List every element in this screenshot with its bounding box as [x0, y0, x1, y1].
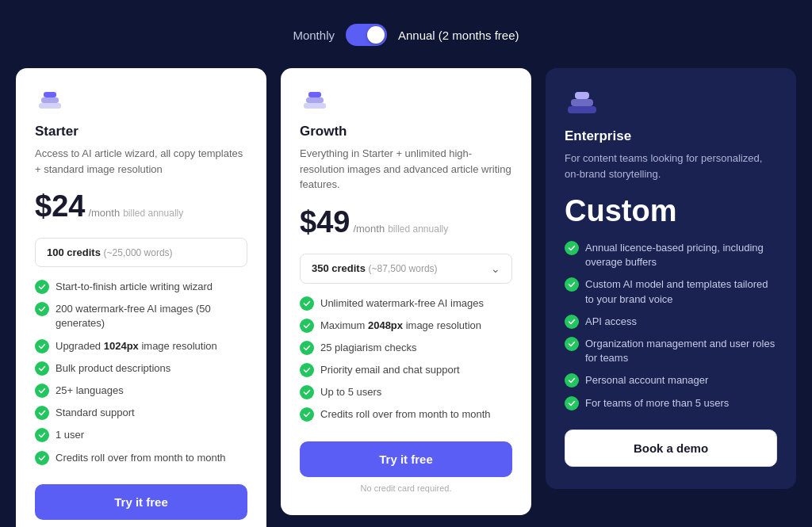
svg-rect-4 [306, 97, 324, 103]
growth-plan-name: Growth [300, 124, 512, 139]
check-icon [35, 451, 49, 465]
list-item: Personal account manager [565, 373, 777, 388]
growth-no-cc: No credit card required. [300, 483, 512, 493]
list-item: For teams of more than 5 users [565, 396, 777, 411]
check-icon [300, 385, 314, 399]
growth-period: /month [353, 223, 385, 235]
check-icon [35, 384, 49, 398]
growth-plan-desc: Everything in Starter + unlimited high-r… [300, 146, 512, 193]
enterprise-features-list: Annual licence-based pricing, including … [565, 241, 777, 411]
starter-plan-desc: Access to AI article wizard, all copy te… [35, 146, 247, 177]
list-item: 200 watermark-free AI images (50 generat… [35, 302, 247, 330]
check-icon [35, 280, 49, 294]
starter-billed: billed annually [123, 208, 183, 219]
starter-plan-name: Starter [35, 124, 247, 139]
list-item: 25+ languages [35, 384, 247, 398]
list-item: Unlimited watermark-free AI images [300, 296, 512, 311]
growth-billed: billed annually [388, 223, 448, 235]
growth-credits-selector[interactable]: 350 credits (~87,500 words) ⌄ [300, 254, 512, 284]
chevron-down-icon: ⌄ [491, 262, 500, 275]
check-icon [35, 302, 49, 316]
list-item: Credits roll over from month to month [300, 407, 512, 422]
annual-label: Annual (2 months free) [398, 29, 519, 42]
growth-plan-card: Growth Everything in Starter + unlimited… [281, 68, 531, 515]
starter-credits-selector[interactable]: 100 credits (~25,000 words) [35, 238, 247, 267]
svg-rect-7 [571, 99, 593, 106]
growth-features-list: Unlimited watermark-free AI images Maxim… [300, 296, 512, 422]
starter-period: /month [88, 207, 120, 219]
list-item: Bulk product descriptions [35, 361, 247, 376]
starter-price-row: $24 /month billed annually [35, 189, 247, 223]
check-icon [565, 396, 579, 411]
svg-rect-5 [308, 92, 321, 97]
billing-toggle[interactable] [346, 24, 387, 46]
enterprise-plan-name: Enterprise [565, 128, 777, 144]
list-item: Custom AI model and templates tailored t… [565, 277, 777, 306]
check-icon [35, 406, 49, 420]
list-item: 1 user [35, 428, 247, 442]
svg-rect-8 [575, 92, 589, 99]
enterprise-plan-desc: For content teams looking for personaliz… [565, 151, 777, 181]
growth-icon [300, 90, 330, 113]
billing-toggle-row: Monthly Annual (2 months free) [293, 24, 519, 46]
monthly-label: Monthly [293, 29, 335, 42]
growth-price-row: $49 /month billed annually [300, 205, 512, 239]
starter-features-list: Start-to-finish article writing wizard 2… [35, 280, 247, 465]
growth-cta-button[interactable]: Try it free [300, 441, 512, 477]
svg-rect-2 [44, 92, 56, 97]
list-item: Annual licence-based pricing, including … [565, 241, 777, 269]
list-item: Organization management and user roles f… [565, 337, 777, 365]
check-icon [35, 428, 49, 442]
list-item: Credits roll over from month to month [35, 451, 247, 465]
svg-rect-6 [568, 106, 596, 113]
check-icon [35, 361, 49, 376]
check-icon [300, 296, 314, 311]
toggle-knob [367, 26, 385, 44]
enterprise-price: Custom [565, 194, 777, 228]
list-item: Maximum 2048px image resolution [300, 319, 512, 333]
list-item: Priority email and chat support [300, 363, 512, 377]
svg-rect-0 [39, 103, 61, 109]
starter-credits-label: 100 credits (~25,000 words) [47, 246, 173, 258]
list-item: 25 plagiarism checks [300, 341, 512, 355]
plans-container: Starter Access to AI article wizard, all… [16, 68, 796, 527]
check-icon [300, 319, 314, 333]
check-icon [300, 363, 314, 377]
starter-cta-button[interactable]: Try it free [35, 484, 247, 520]
enterprise-cta-button[interactable]: Book a demo [565, 430, 777, 467]
growth-credits-label: 350 credits (~87,500 words) [312, 262, 438, 274]
check-icon [300, 407, 314, 422]
list-item: Upgraded 1024px image resolution [35, 339, 247, 353]
svg-rect-1 [41, 97, 59, 103]
check-icon [565, 315, 579, 329]
check-icon [565, 373, 579, 388]
check-icon [565, 277, 579, 292]
list-item: Start-to-finish article writing wizard [35, 280, 247, 294]
svg-rect-3 [304, 103, 326, 109]
check-icon [35, 339, 49, 353]
check-icon [565, 241, 579, 255]
check-icon [300, 341, 314, 355]
starter-price: $24 [35, 189, 85, 223]
list-item: API access [565, 315, 777, 329]
starter-plan-card: Starter Access to AI article wizard, all… [16, 68, 266, 527]
list-item: Up to 5 users [300, 385, 512, 399]
enterprise-icon [565, 90, 599, 117]
starter-icon [35, 90, 65, 113]
enterprise-plan-card: Enterprise For content teams looking for… [546, 68, 796, 489]
list-item: Standard support [35, 406, 247, 420]
growth-price: $49 [300, 205, 350, 239]
check-icon [565, 337, 579, 351]
